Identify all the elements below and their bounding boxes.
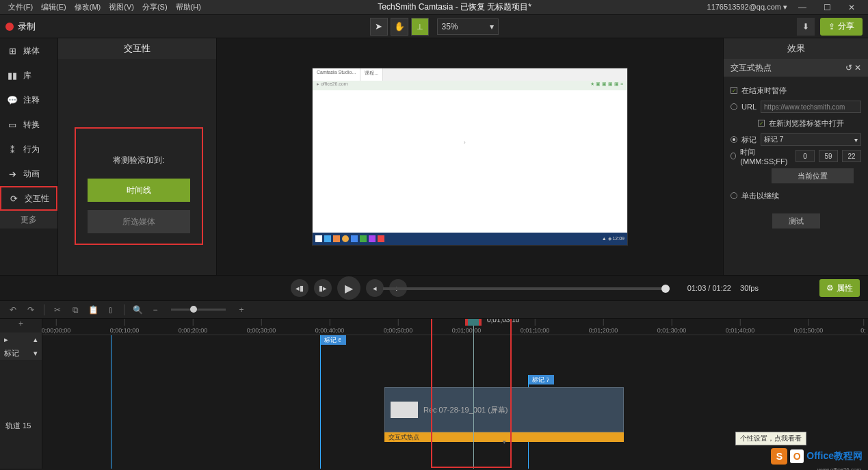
gear-icon: ⚙ [826, 283, 834, 293]
current-position-button[interactable]: 当前位置 [772, 168, 854, 183]
pointer-tool[interactable]: ➤ [370, 18, 388, 36]
tab-annotations[interactable]: 💬注释 [0, 88, 57, 112]
click-radio[interactable] [731, 192, 737, 199]
panel-title: 交互性 [58, 38, 216, 59]
props-title: 效果 [724, 38, 868, 59]
watermark-url: www.office26.com [817, 467, 861, 470]
fps-display: 30fps [740, 284, 759, 292]
marker-select[interactable]: 标记 7▾ [761, 133, 861, 146]
zoom-in-button[interactable]: + [235, 305, 248, 315]
seek-handle[interactable] [661, 285, 670, 293]
tick: 0;00;20;00 [179, 327, 208, 334]
time-radio[interactable] [731, 153, 736, 159]
marker-6-line [320, 335, 321, 469]
undo-button[interactable]: ↶ [7, 305, 19, 315]
pause-checkbox[interactable] [731, 87, 737, 94]
time-sec[interactable] [819, 150, 838, 162]
tab-animations[interactable]: ➔动画 [0, 161, 57, 186]
newtab-checkbox[interactable] [758, 120, 765, 127]
next-frame-button[interactable]: ▮▸ [314, 279, 332, 297]
toolbar: 录制 ➤ ✋ ⟂ 35%▾ ⬇ ⇪分享 [0, 15, 868, 38]
marker-6[interactable]: 标记 6 [320, 335, 346, 345]
tick: 0;00;40;00 [315, 327, 345, 334]
interactivity-panel: 交互性 将测验添加到: 时间线 所选媒体 [58, 38, 217, 275]
close-icon[interactable]: ✕ [854, 63, 861, 73]
tab-library[interactable]: ▮▮库 [0, 63, 57, 88]
behav-icon: ⁑ [7, 144, 18, 155]
zoom-slider[interactable] [171, 309, 226, 311]
record-button[interactable]: 录制 [18, 21, 36, 33]
hand-tool[interactable]: ✋ [391, 18, 408, 36]
tab-behaviors[interactable]: ⁑行为 [0, 137, 57, 161]
redo-button[interactable]: ↷ [25, 305, 37, 315]
menubar: 文件(F) 编辑(E) 修改(M) 视图(V) 分享(S) 帮助(H) Tech… [0, 0, 868, 15]
reset-icon[interactable]: ↺ [845, 63, 852, 73]
add-to-media-button[interactable]: 所选媒体 [88, 210, 190, 233]
split-button[interactable]: ⫿ [105, 305, 117, 315]
prev-frame-button[interactable]: ◂▮ [291, 279, 308, 297]
annot-icon: 💬 [7, 95, 18, 105]
panel-highlight: 将测验添加到: 时间线 所选媒体 [75, 127, 203, 245]
menu-help[interactable]: 帮助(H) [172, 1, 205, 14]
tab-transitions[interactable]: ▭转换 [0, 112, 57, 137]
interact-icon: ⟳ [8, 194, 19, 204]
time-min[interactable] [795, 150, 815, 162]
window-title: TechSmith Camtasia - 已恢复 无标题项目* [205, 1, 705, 13]
zoom-select[interactable]: 35%▾ [437, 18, 499, 35]
url-input[interactable] [761, 101, 861, 113]
marker-dropdown-2[interactable]: 标记▾ [0, 346, 42, 360]
test-button[interactable]: 测试 [772, 213, 820, 229]
timeline-tools: ↶ ↷ ✂ ⧉ 📋 ⫿ 🔍 − + [0, 301, 868, 319]
zoom-slider-handle[interactable] [190, 306, 197, 313]
canvas[interactable]: Camtasia Studio...课程... ▸ office26.com★ … [217, 38, 723, 275]
tab-media[interactable]: ⊞媒体 [0, 38, 57, 63]
media-icon: ⊞ [7, 46, 18, 56]
play-button[interactable]: ▶ [337, 276, 360, 300]
properties-button[interactable]: ⚙属性 [819, 279, 860, 297]
tab-interactivity[interactable]: ⟳交互性 [0, 186, 57, 211]
trans-icon: ▭ [7, 120, 18, 130]
tab-more[interactable]: 更多 [0, 211, 57, 229]
properties-panel: 效果 交互式热点 ↺ ✕ 在结束时暂停 URL 在新浏览器标签中打开 标记标记 … [723, 38, 868, 275]
tick: 0;01;50;00 [794, 327, 824, 334]
cut-button[interactable]: ✂ [51, 305, 64, 315]
user-account[interactable]: 1176513592@qq.com ▾ [705, 3, 790, 12]
share-button[interactable]: ⇪分享 [820, 18, 863, 36]
tick: 0;00;00;00 [42, 327, 71, 334]
tick: 0;00;30;00 [247, 327, 276, 334]
download-button[interactable]: ⬇ [797, 18, 815, 36]
close-button[interactable]: ✕ [839, 3, 864, 12]
tick: 0;00;10;00 [110, 327, 140, 334]
add-to-timeline-button[interactable]: 时间线 [88, 179, 190, 202]
zoom-out-button[interactable]: − [149, 305, 161, 315]
copy-button[interactable]: ⧉ [69, 305, 81, 315]
menu-modify[interactable]: 修改(M) [70, 1, 105, 14]
step-back-button[interactable]: ◂ [366, 279, 384, 297]
side-tabs: ⊞媒体 ▮▮库 💬注释 ▭转换 ⁑行为 ➔动画 ⟳交互性 更多 [0, 38, 58, 275]
url-radio[interactable] [731, 103, 737, 110]
watermark: S O Office教程网 [771, 448, 863, 465]
menu-file[interactable]: 文件(F) [4, 1, 37, 14]
marker-radio[interactable] [731, 136, 737, 143]
menu-view[interactable]: 视图(V) [105, 1, 138, 14]
timeline-left: + ▸▴ 标记▾ 轨道 15 [0, 319, 42, 469]
menu-share[interactable]: 分享(S) [138, 1, 172, 14]
seek-bar[interactable] [383, 287, 670, 290]
add-track-button[interactable]: + [0, 319, 42, 332]
maximize-button[interactable]: ☐ [815, 3, 839, 12]
tick: 0;01;20;00 [589, 327, 618, 334]
track-label[interactable]: 轨道 15 [0, 402, 42, 449]
share-icon: ⇪ [828, 22, 835, 31]
paste-button[interactable]: 📋 [87, 305, 99, 315]
marker-dropdown[interactable]: ▸▴ [0, 332, 42, 346]
time-frame[interactable] [842, 150, 861, 162]
menu-edit[interactable]: 编辑(E) [37, 1, 70, 14]
tick: 0;01;10;00 [521, 327, 550, 334]
crop-tool[interactable]: ⟂ [411, 18, 429, 36]
highlight-box [431, 319, 512, 468]
marker-7[interactable]: 标记 7 [528, 375, 554, 384]
clip-thumbnail [391, 402, 418, 418]
tooltip[interactable]: 个性设置，点我看看 [735, 432, 806, 445]
minimize-button[interactable]: — [790, 3, 815, 12]
in-marker[interactable] [111, 335, 111, 469]
